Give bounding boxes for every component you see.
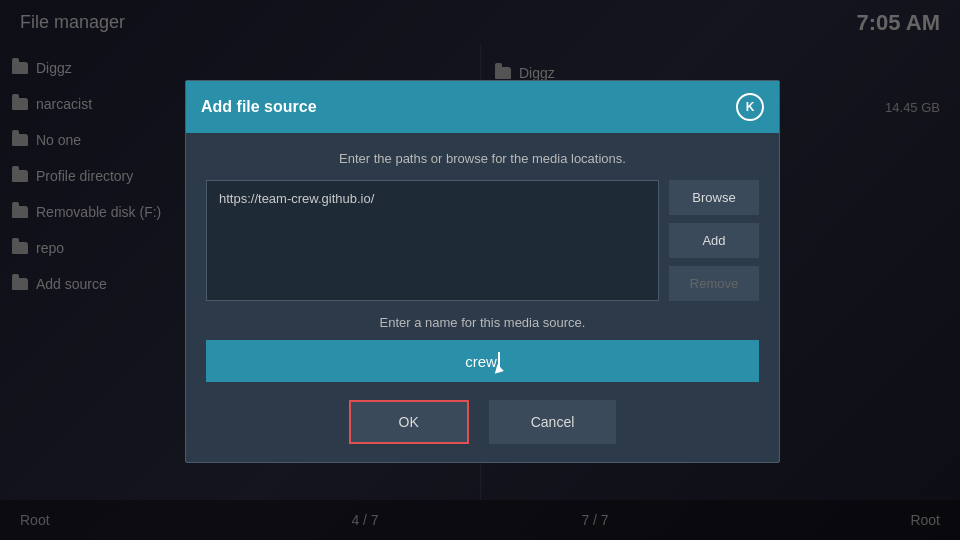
modal-actions: OK Cancel bbox=[206, 400, 759, 444]
ok-button[interactable]: OK bbox=[349, 400, 469, 444]
browse-button[interactable]: Browse bbox=[669, 180, 759, 215]
modal-name-label: Enter a name for this media source. bbox=[206, 315, 759, 330]
modal-title: Add file source bbox=[201, 98, 317, 116]
cancel-button[interactable]: Cancel bbox=[489, 400, 617, 444]
modal-subtitle: Enter the paths or browse for the media … bbox=[206, 151, 759, 166]
add-button[interactable]: Add bbox=[669, 223, 759, 258]
modal-name-value: crew bbox=[465, 353, 497, 370]
modal-path-section: https://team-crew.github.io/ Browse Add … bbox=[206, 180, 759, 301]
modal-name-input[interactable]: crew bbox=[206, 340, 759, 382]
modal-path-value: https://team-crew.github.io/ bbox=[219, 191, 374, 206]
modal-path-buttons: Browse Add Remove bbox=[669, 180, 759, 301]
add-file-source-dialog: Add file source K Enter the paths or bro… bbox=[185, 80, 780, 463]
modal-header: Add file source K bbox=[186, 81, 779, 133]
kodi-icon: K bbox=[736, 93, 764, 121]
text-cursor bbox=[498, 352, 500, 370]
modal-path-box[interactable]: https://team-crew.github.io/ bbox=[206, 180, 659, 301]
remove-button[interactable]: Remove bbox=[669, 266, 759, 301]
modal-body: Enter the paths or browse for the media … bbox=[186, 133, 779, 462]
